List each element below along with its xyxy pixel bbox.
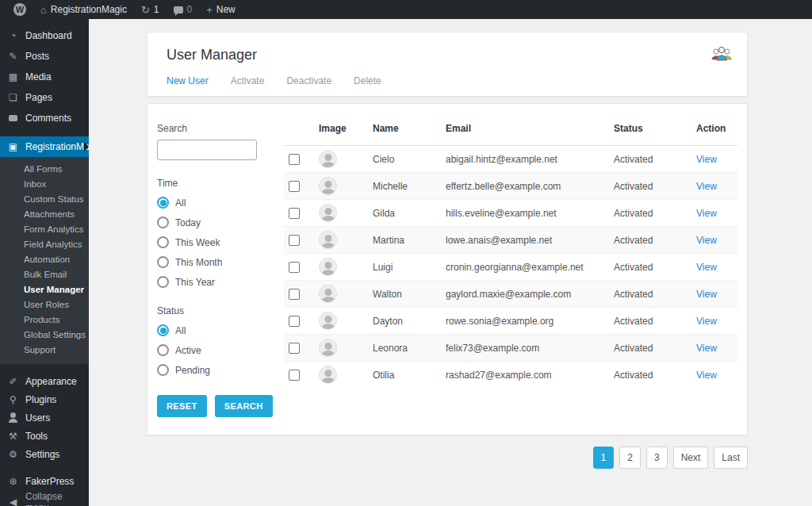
user-avatar [319, 231, 337, 249]
view-link[interactable]: View [696, 181, 717, 192]
row-checkbox[interactable] [289, 289, 300, 300]
column-header-action: Action [691, 113, 737, 146]
view-link[interactable]: View [696, 370, 717, 381]
row-checkbox[interactable] [289, 262, 300, 273]
pagination-button[interactable]: 3 [646, 447, 668, 469]
wordpress-menu[interactable]: W [6, 0, 33, 19]
radio-icon [157, 364, 169, 376]
user-avatar [319, 366, 337, 384]
submenu-item[interactable]: Products [0, 312, 89, 328]
sidebar-item-registrationmagic[interactable]: ▣ RegistrationMagic [0, 136, 89, 157]
submenu-item[interactable]: User Roles [0, 297, 89, 312]
sidebar-item[interactable]: ⚲ Plugins [0, 390, 89, 408]
view-link[interactable]: View [696, 289, 717, 300]
comments-icon [7, 115, 19, 121]
reset-button[interactable]: RESET [157, 395, 207, 417]
toolbar-action-link[interactable]: Deactivate [286, 75, 331, 86]
submenu-item[interactable]: Field Analytics [0, 237, 89, 252]
user-avatar [319, 150, 337, 168]
main-content: User Manager New User Activate Deactivat… [89, 19, 812, 506]
sidebar-item[interactable]: ⚙ Settings [0, 445, 89, 463]
media-icon: ▦ [7, 71, 19, 82]
page-title: User Manager [167, 47, 731, 63]
row-checkbox[interactable] [289, 316, 300, 327]
pagination-button[interactable]: 1 [593, 447, 615, 469]
submenu-item[interactable]: Form Analytics [0, 222, 89, 237]
users-icon [7, 412, 19, 423]
row-checkbox[interactable] [289, 154, 300, 165]
sidebar-item[interactable]: ◔ Dashboard [0, 25, 89, 46]
table-row: Dayton rowe.sonia@example.org Activated … [284, 308, 737, 335]
status-radio-option[interactable]: Active [157, 344, 266, 356]
submenu-item[interactable]: Global Settings [0, 328, 89, 343]
updates-count: 1 [154, 4, 159, 15]
sidebar-item[interactable]: ❏ Pages [0, 87, 89, 108]
user-name: Michelle [368, 173, 441, 200]
radio-option-label: Today [175, 217, 201, 228]
submenu-item[interactable]: Support [0, 343, 89, 358]
row-checkbox[interactable] [289, 208, 300, 219]
pagination-button[interactable]: 2 [619, 447, 641, 469]
time-radio-option[interactable]: All [157, 197, 266, 209]
user-email: hills.eveline@example.net [441, 200, 609, 227]
time-radio-option[interactable]: This Week [157, 236, 266, 248]
view-link[interactable]: View [696, 316, 717, 327]
time-radio-option[interactable]: This Month [157, 256, 266, 268]
time-radio-option[interactable]: This Year [157, 276, 266, 288]
view-link[interactable]: View [696, 208, 717, 219]
sidebar-item[interactable]: ✎ Posts [0, 46, 89, 67]
users-table-wrap: Image Name Email Status Action Cielo abi… [284, 113, 737, 417]
radio-option-label: Pending [175, 365, 210, 376]
row-checkbox[interactable] [289, 181, 300, 192]
sidebar-item[interactable]: ⚒ Tools [0, 427, 89, 445]
table-row: Luigi cronin.georgianna@example.net Acti… [284, 254, 737, 281]
comments-link[interactable]: 0 [167, 0, 200, 19]
submenu-item-label: Support [24, 345, 56, 355]
toolbar-action-link[interactable]: Delete [354, 75, 381, 86]
submenu-item[interactable]: Bulk Email [0, 267, 89, 282]
user-status: Activated [609, 254, 691, 281]
view-link[interactable]: View [696, 154, 717, 165]
user-status: Activated [609, 227, 691, 254]
sidebar-item[interactable]: Comments [0, 108, 89, 128]
plugins-icon: ⚲ [7, 394, 19, 405]
search-label: Search [157, 123, 266, 134]
new-content-link[interactable]: + New [199, 0, 243, 19]
updates-link[interactable]: ↻ 1 [134, 0, 167, 19]
submenu-item[interactable]: Custom Status [0, 192, 89, 207]
user-name: Martina [368, 227, 441, 254]
plus-icon: + [206, 5, 213, 15]
submenu-item[interactable]: All Forms [0, 162, 89, 177]
row-checkbox[interactable] [289, 235, 300, 246]
view-link[interactable]: View [696, 262, 717, 273]
search-input[interactable] [157, 140, 257, 160]
submenu-item[interactable]: User Manager [0, 282, 89, 297]
submenu-item[interactable]: Inbox [0, 177, 89, 192]
status-radio-option[interactable]: Pending [157, 364, 266, 376]
sidebar-item[interactable]: ▦ Media [0, 67, 89, 87]
view-link[interactable]: View [696, 343, 717, 354]
radio-icon [157, 344, 169, 356]
sidebar-item[interactable]: Users [0, 408, 89, 427]
collapse-menu-button[interactable]: ◀ Collapse menu [0, 492, 89, 506]
submenu-item[interactable]: Attachments [0, 207, 89, 222]
time-radio-option[interactable]: Today [157, 217, 266, 228]
table-header-row: Image Name Email Status Action [284, 113, 737, 146]
row-checkbox[interactable] [289, 343, 300, 354]
status-radio-option[interactable]: All [157, 324, 266, 336]
row-checkbox[interactable] [289, 370, 300, 381]
pagination-button[interactable]: Next [673, 447, 709, 469]
site-name-link[interactable]: ⌂ RegistrationMagic [33, 0, 134, 19]
search-button[interactable]: SEARCH [215, 395, 273, 417]
view-link[interactable]: View [696, 235, 717, 246]
submenu-item[interactable]: Automation [0, 252, 89, 267]
toolbar-action-link[interactable]: New User [167, 75, 209, 86]
sidebar-item[interactable]: ✐ Appearance [0, 372, 89, 390]
sidebar-item-label: Comments [25, 113, 71, 124]
sidebar-item-fakerpress[interactable]: ⊛ FakerPress [0, 471, 89, 492]
toolbar-action-link[interactable]: Activate [231, 75, 265, 86]
sidebar-item-label: Appearance [25, 376, 77, 387]
pagination-button[interactable]: Last [714, 447, 748, 469]
submenu-item-label: Products [24, 315, 59, 324]
table-row: Otilia rashad27@example.com Activated Vi… [284, 362, 737, 389]
